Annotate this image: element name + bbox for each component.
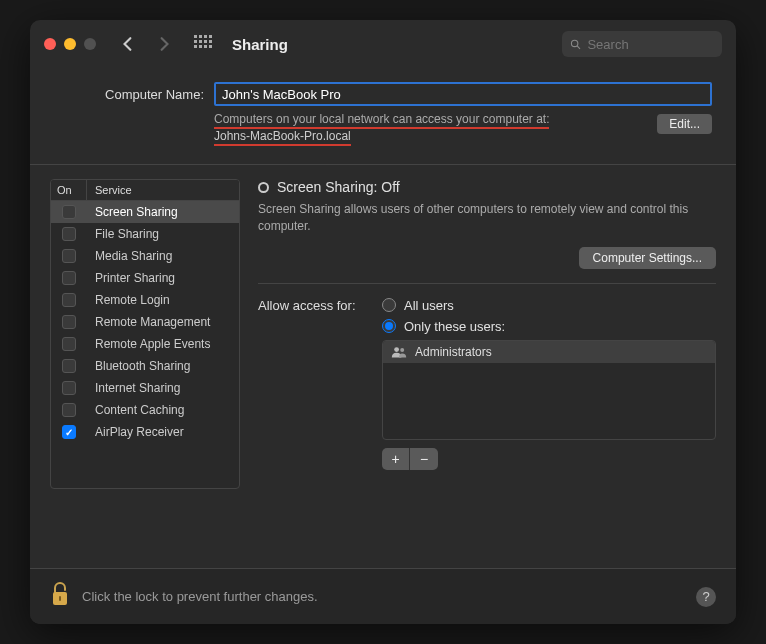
service-row[interactable]: Remote Apple Events — [51, 333, 239, 355]
zoom-window-button[interactable] — [84, 38, 96, 50]
forward-button[interactable] — [150, 32, 178, 56]
help-button[interactable]: ? — [696, 587, 716, 607]
computer-name-subtext: Computers on your local network can acce… — [214, 112, 549, 129]
service-detail: Screen Sharing: Off Screen Sharing allow… — [258, 179, 716, 558]
edit-hostname-button[interactable]: Edit... — [657, 114, 712, 134]
service-label: Content Caching — [87, 403, 239, 417]
svg-point-3 — [400, 348, 404, 352]
search-icon — [570, 38, 581, 51]
lock-text: Click the lock to prevent further change… — [82, 589, 318, 604]
services-header: On Service — [51, 180, 239, 201]
svg-line-1 — [577, 45, 580, 48]
service-row[interactable]: Screen Sharing — [51, 201, 239, 223]
service-label: Remote Apple Events — [87, 337, 239, 351]
lock-icon[interactable] — [50, 582, 70, 611]
column-on: On — [51, 180, 87, 200]
service-row[interactable]: Internet Sharing — [51, 377, 239, 399]
divider — [258, 283, 716, 284]
show-all-icon[interactable] — [194, 35, 212, 53]
computer-hostname: Johns-MacBook-Pro.local — [214, 129, 351, 146]
service-checkbox[interactable] — [62, 381, 76, 395]
window-title: Sharing — [232, 36, 288, 53]
add-user-button[interactable]: + — [382, 448, 410, 470]
services-table: On Service Screen SharingFile SharingMed… — [50, 179, 240, 489]
service-row[interactable]: File Sharing — [51, 223, 239, 245]
user-label: Administrators — [415, 345, 492, 359]
main-area: On Service Screen SharingFile SharingMed… — [30, 165, 736, 568]
service-checkbox[interactable]: ✓ — [62, 425, 76, 439]
access-label: Allow access for: — [258, 298, 376, 470]
service-label: Media Sharing — [87, 249, 239, 263]
add-remove-control: + − — [382, 448, 716, 470]
remove-user-button[interactable]: − — [410, 448, 438, 470]
radio-only-users[interactable] — [382, 319, 396, 333]
service-label: Printer Sharing — [87, 271, 239, 285]
search-field[interactable] — [562, 31, 722, 57]
computer-settings-button[interactable]: Computer Settings... — [579, 247, 716, 269]
service-label: File Sharing — [87, 227, 239, 241]
service-checkbox[interactable] — [62, 403, 76, 417]
service-row[interactable]: ✓AirPlay Receiver — [51, 421, 239, 443]
svg-point-2 — [394, 347, 399, 352]
window-controls — [44, 38, 96, 50]
service-label: Remote Login — [87, 293, 239, 307]
radio-all-users-label: All users — [404, 298, 454, 313]
sharing-preferences-window: Sharing Computer Name: Computers on your… — [30, 20, 736, 624]
service-row[interactable]: Remote Management — [51, 311, 239, 333]
service-checkbox[interactable] — [62, 271, 76, 285]
service-checkbox[interactable] — [62, 249, 76, 263]
column-service: Service — [87, 180, 239, 200]
service-label: Bluetooth Sharing — [87, 359, 239, 373]
service-label: Remote Management — [87, 315, 239, 329]
search-input[interactable] — [587, 37, 714, 52]
back-button[interactable] — [114, 32, 142, 56]
service-row[interactable]: Printer Sharing — [51, 267, 239, 289]
user-row: Administrators — [383, 341, 715, 363]
service-checkbox[interactable] — [62, 293, 76, 307]
close-window-button[interactable] — [44, 38, 56, 50]
service-checkbox[interactable] — [62, 227, 76, 241]
lock-bar: Click the lock to prevent further change… — [30, 568, 736, 624]
service-label: Internet Sharing — [87, 381, 239, 395]
computer-name-section: Computer Name: Computers on your local n… — [30, 68, 736, 164]
service-checkbox[interactable] — [62, 205, 76, 219]
svg-rect-5 — [59, 596, 61, 601]
service-row[interactable]: Bluetooth Sharing — [51, 355, 239, 377]
svg-point-0 — [571, 40, 577, 46]
service-checkbox[interactable] — [62, 337, 76, 351]
service-row[interactable]: Media Sharing — [51, 245, 239, 267]
service-label: AirPlay Receiver — [87, 425, 239, 439]
computer-name-label: Computer Name: — [54, 87, 204, 102]
computer-name-input[interactable] — [214, 82, 712, 106]
radio-only-users-label: Only these users: — [404, 319, 505, 334]
service-row[interactable]: Remote Login — [51, 289, 239, 311]
radio-all-users[interactable] — [382, 298, 396, 312]
service-row[interactable]: Content Caching — [51, 399, 239, 421]
users-icon — [391, 346, 407, 358]
status-title: Screen Sharing: Off — [277, 179, 400, 195]
service-checkbox[interactable] — [62, 359, 76, 373]
status-indicator-icon — [258, 182, 269, 193]
service-label: Screen Sharing — [87, 205, 239, 219]
minimize-window-button[interactable] — [64, 38, 76, 50]
titlebar: Sharing — [30, 20, 736, 68]
service-description: Screen Sharing allows users of other com… — [258, 201, 716, 235]
service-checkbox[interactable] — [62, 315, 76, 329]
users-list[interactable]: Administrators — [382, 340, 716, 440]
